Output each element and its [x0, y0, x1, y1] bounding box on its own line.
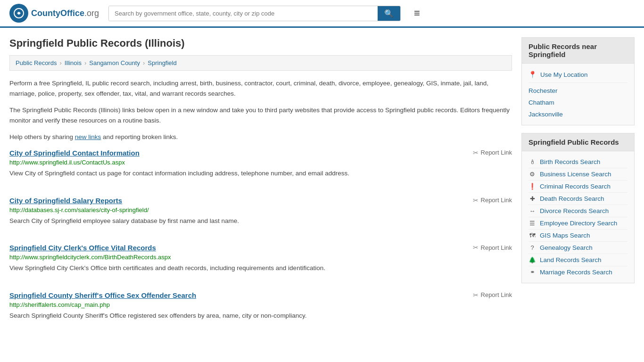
report-link-btn-1[interactable]: ✂ Report Link — [473, 197, 512, 204]
divorce-icon: ↔ — [528, 207, 536, 214]
breadcrumb-sep-2: › — [84, 59, 86, 66]
logo-icon — [9, 4, 28, 23]
report-icon-1: ✂ — [473, 197, 479, 204]
desc-para-3: Help others by sharing new links and rep… — [9, 132, 512, 142]
employee-icon: ☰ — [528, 220, 536, 227]
content-area: Springfield Public Records (Illinois) Pu… — [0, 28, 644, 348]
breadcrumb: Public Records › Illinois › Sangamon Cou… — [9, 55, 512, 71]
gis-maps-link[interactable]: GIS Maps Search — [540, 232, 590, 239]
record-desc-2: View Springfield City Clerk's Office bir… — [9, 263, 512, 273]
breadcrumb-sep-3: › — [143, 59, 145, 66]
report-icon-3: ✂ — [473, 291, 479, 299]
breadcrumb-sangamon[interactable]: Sangamon County — [89, 59, 140, 66]
springfield-records-section: Springfield Public Records 🕯 Birth Recor… — [521, 133, 635, 283]
logo-text: CountyOffice.org — [31, 8, 99, 18]
record-entry-3: Springfield County Sheriff's Office Sex … — [9, 291, 512, 326]
sidebar-record-2: ❗ Criminal Records Search — [528, 180, 627, 192]
record-url-3[interactable]: http://sheriffalerts.com/cap_main.php — [9, 301, 512, 308]
desc-para-3-prefix: Help others by sharing — [9, 133, 75, 140]
employee-directory-link[interactable]: Employee Directory Search — [540, 220, 617, 227]
report-link-btn-2[interactable]: ✂ Report Link — [473, 244, 512, 251]
genealogy-icon: ? — [528, 244, 536, 251]
nearby-section-header: Public Records near Springfield — [522, 38, 634, 64]
logo[interactable]: CountyOffice.org — [9, 4, 99, 23]
search-input[interactable] — [109, 6, 378, 21]
gis-icon: 🗺 — [528, 232, 536, 239]
report-icon-2: ✂ — [473, 244, 479, 251]
death-records-link[interactable]: Death Records Search — [540, 195, 604, 202]
nearby-chatham[interactable]: Chatham — [528, 97, 627, 108]
record-title-2[interactable]: Springfield City Clerk's Office Vital Re… — [9, 244, 156, 252]
breadcrumb-springfield: Springfield — [148, 59, 176, 66]
birth-records-link[interactable]: Birth Records Search — [540, 158, 600, 165]
search-button[interactable]: 🔍 — [378, 6, 400, 21]
nearby-rochester[interactable]: Rochester — [528, 85, 627, 97]
sidebar-record-7: ? Genealogy Search — [528, 241, 627, 254]
main-content: Springfield Public Records (Illinois) Pu… — [9, 37, 512, 338]
record-desc-1: Search City of Springfield employee sala… — [9, 216, 512, 226]
nearby-jacksonville[interactable]: Jacksonville — [528, 108, 627, 120]
record-title-1[interactable]: City of Springfield Salary Reports — [9, 197, 122, 205]
record-title-row-2: Springfield City Clerk's Office Vital Re… — [9, 244, 512, 252]
record-title-3[interactable]: Springfield County Sheriff's Office Sex … — [9, 291, 196, 299]
criminal-icon: ❗ — [528, 183, 536, 190]
sidebar-record-6: 🗺 GIS Maps Search — [528, 229, 627, 241]
springfield-records-header: Springfield Public Records — [522, 133, 634, 151]
death-icon: ✚ — [528, 195, 536, 202]
marriage-icon: ⚭ — [528, 269, 536, 276]
record-url-0[interactable]: http://www.springfield.il.us/ContactUs.a… — [9, 159, 512, 166]
hamburger-icon: ≡ — [414, 7, 420, 19]
record-title-0[interactable]: City of Springfield Contact Information — [9, 149, 140, 157]
record-title-row-1: City of Springfield Salary Reports ✂ Rep… — [9, 197, 512, 205]
record-desc-0: View City of Springfield contact us page… — [9, 168, 512, 179]
header: CountyOffice.org 🔍 ≡ — [0, 0, 644, 28]
divorce-records-link[interactable]: Divorce Records Search — [540, 207, 609, 214]
record-entry-0: City of Springfield Contact Information … — [9, 149, 512, 183]
record-desc-3: Search Springfield County Sheriff's Offi… — [9, 311, 512, 321]
use-my-location[interactable]: 📍 Use My Location — [528, 68, 627, 81]
report-link-btn-3[interactable]: ✂ Report Link — [473, 291, 512, 299]
sidebar-record-3: ✚ Death Records Search — [528, 192, 627, 205]
sidebar-record-4: ↔ Divorce Records Search — [528, 205, 627, 217]
records-list: City of Springfield Contact Information … — [9, 149, 512, 325]
criminal-records-link[interactable]: Criminal Records Search — [540, 183, 611, 190]
birth-icon: 🕯 — [528, 158, 536, 165]
location-pin-icon: 📍 — [528, 71, 537, 78]
new-links[interactable]: new links — [75, 133, 101, 140]
divider-1 — [528, 82, 627, 83]
land-records-link[interactable]: Land Records Search — [540, 256, 602, 263]
record-url-1[interactable]: http://databases.sj-r.com/salaries/city-… — [9, 206, 512, 214]
report-link-btn-0[interactable]: ✂ Report Link — [473, 149, 512, 156]
svg-point-1 — [18, 12, 20, 15]
business-license-link[interactable]: Business License Search — [540, 171, 611, 178]
report-icon-0: ✂ — [473, 149, 479, 156]
genealogy-link[interactable]: Genealogy Search — [540, 244, 593, 251]
sidebar-record-8: 🌲 Land Records Search — [528, 254, 627, 266]
record-title-row-0: City of Springfield Contact Information … — [9, 149, 512, 157]
desc-para-3-suffix: and reporting broken links. — [101, 133, 178, 140]
breadcrumb-public-records[interactable]: Public Records — [16, 59, 57, 66]
breadcrumb-sep-1: › — [59, 59, 61, 66]
sidebar-record-1: ⚙ Business License Search — [528, 168, 627, 180]
record-entry-2: Springfield City Clerk's Office Vital Re… — [9, 244, 512, 278]
search-icon: 🔍 — [384, 9, 394, 17]
record-entry-1: City of Springfield Salary Reports ✂ Rep… — [9, 197, 512, 231]
record-title-row-3: Springfield County Sheriff's Office Sex … — [9, 291, 512, 299]
sidebar: Public Records near Springfield 📍 Use My… — [521, 37, 635, 338]
desc-para-1: Perform a free Springfield, IL public re… — [9, 78, 512, 99]
nearby-section-body: 📍 Use My Location Rochester Chatham Jack… — [522, 64, 634, 125]
marriage-records-link[interactable]: Marriage Records Search — [540, 269, 612, 276]
business-license-icon: ⚙ — [528, 171, 536, 178]
nearby-section: Public Records near Springfield 📍 Use My… — [521, 37, 635, 125]
record-url-2[interactable]: http://www.springfieldcityclerk.com/Birt… — [9, 254, 512, 261]
sidebar-record-9: ⚭ Marriage Records Search — [528, 266, 627, 278]
land-icon: 🌲 — [528, 256, 536, 263]
page-title: Springfield Public Records (Illinois) — [9, 37, 512, 49]
springfield-records-body: 🕯 Birth Records Search ⚙ Business Licens… — [522, 151, 634, 283]
breadcrumb-illinois[interactable]: Illinois — [65, 59, 82, 66]
menu-button[interactable]: ≡ — [410, 5, 424, 21]
sidebar-record-5: ☰ Employee Directory Search — [528, 217, 627, 229]
search-bar[interactable]: 🔍 — [108, 6, 401, 21]
sidebar-record-0: 🕯 Birth Records Search — [528, 156, 627, 168]
desc-para-2: The Springfield Public Records (Illinois… — [9, 105, 512, 125]
